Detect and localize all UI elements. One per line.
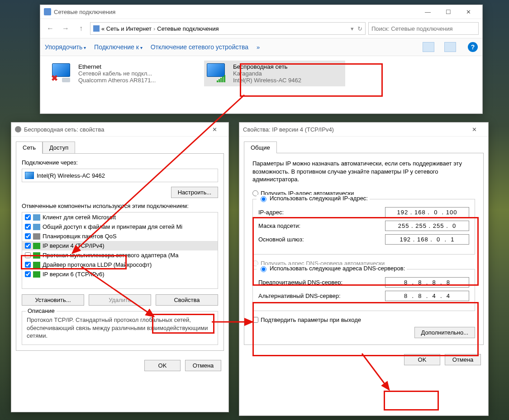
tab-network[interactable]: Сеть [16,142,43,154]
dns1-input[interactable] [385,277,469,288]
ok-button[interactable]: OK [144,360,181,371]
component-item[interactable]: Протокол мультиплексора сетевого адаптер… [22,250,218,260]
titlebar[interactable]: Свойства: IP версии 4 (TCP/IPv4) ✕ [239,123,488,137]
protocol-icon [33,252,40,259]
minimize-button[interactable]: — [418,5,438,18]
nic-icon [25,172,34,179]
breadcrumb[interactable]: « Сеть и Интернет › Сетевые подключения … [90,22,366,35]
window-title: Беспроводная сеть: свойства [24,126,205,133]
protocol-icon [33,233,40,240]
close-button[interactable]: ✕ [205,123,225,136]
protocol-icon [33,262,40,268]
configure-button[interactable]: Настроить... [171,187,218,198]
install-button[interactable]: Установить... [22,294,84,306]
help-icon[interactable]: ? [468,42,478,52]
component-item[interactable]: Планировщик пакетов QoS [22,231,218,241]
search-input[interactable] [368,22,479,35]
dns-group: Использовать следующие адреса DNS-сервер… [252,269,475,311]
refresh-icon[interactable]: ↻ [357,25,362,32]
component-checkbox[interactable] [25,262,31,268]
network-connections-window: Сетевые подключения — ☐ ✕ ← → ↑ « Сеть и… [40,5,483,114]
component-item[interactable]: Драйвер протокола LLDP (Майкрософт) [22,260,218,269]
up-button[interactable]: ↑ [75,22,87,35]
protocol-icon [33,224,40,230]
component-checkbox[interactable] [25,214,31,220]
titlebar[interactable]: Сетевые подключения — ☐ ✕ [40,5,482,19]
organize-menu[interactable]: Упорядочить [45,43,86,51]
ok-button[interactable]: OK [404,354,440,365]
properties-icon [15,126,21,132]
wireless-icon [207,63,228,82]
location-icon [93,25,100,32]
properties-button[interactable]: Свойства [156,294,218,306]
view-icon[interactable] [423,42,434,52]
ip-group: Использовать следующий IP-адрес: IP-адре… [252,199,475,255]
validate-checkbox[interactable] [252,317,258,323]
protocol-icon [33,271,40,278]
view-icon-2[interactable] [444,42,456,52]
component-checkbox[interactable] [25,224,31,230]
ethernet-icon: ✖ [52,63,74,82]
tab-general[interactable]: Общие [244,142,277,153]
close-button[interactable]: ✕ [464,123,485,136]
component-checkbox[interactable] [25,271,31,277]
ipv4-properties-window: Свойства: IP версии 4 (TCP/IPv4) ✕ Общие… [239,122,489,416]
ip-address-input[interactable] [385,207,469,217]
component-checkbox[interactable] [25,252,31,258]
subnet-mask-input[interactable] [385,221,469,231]
adapter-box: Intel(R) Wireless-AC 9462 [22,169,218,182]
protocol-icon [33,243,40,249]
component-item[interactable]: Клиент для сетей Microsoft [22,212,218,222]
advanced-button[interactable]: Дополнительно... [414,327,475,338]
forward-button[interactable]: → [59,22,72,35]
cancel-button[interactable]: Отмена [185,360,221,371]
close-button[interactable]: ✕ [458,5,479,18]
component-item[interactable]: Общий доступ к файлам и принтерам для се… [22,222,218,231]
cancel-button[interactable]: Отмена [445,354,481,365]
window-title: Сетевые подключения [54,9,418,15]
adapter-properties-window: Беспроводная сеть: свойства ✕ Сеть Досту… [11,122,229,412]
component-item[interactable]: IP версии 6 (TCP/IPv6) [22,269,218,279]
tab-sharing[interactable]: Доступ [43,142,75,154]
connection-wireless[interactable]: Беспроводная сеть Karaganda Intel(R) Wir… [204,61,345,86]
connect-menu[interactable]: Подключение к [94,43,143,51]
radio-manual-dns[interactable] [261,266,266,272]
component-checkbox[interactable] [25,233,31,239]
connection-ethernet[interactable]: ✖ Ethernet Сетевой кабель не подкл... Qu… [49,61,190,86]
dns2-input[interactable] [385,291,469,301]
gateway-input[interactable] [385,234,469,245]
radio-manual-ip[interactable] [261,196,266,202]
remove-button[interactable]: Удалить [89,294,151,306]
back-button[interactable]: ← [44,22,57,35]
network-icon [44,8,51,15]
window-title: Свойства: IP версии 4 (TCP/IPv4) [243,126,464,133]
protocol-icon [33,214,40,221]
component-item[interactable]: IP версии 4 (TCP/IPv4) [22,241,218,250]
titlebar[interactable]: Беспроводная сеть: свойства ✕ [11,123,228,137]
component-checkbox[interactable] [25,243,31,249]
maximize-button[interactable]: ☐ [438,5,458,18]
disable-device[interactable]: Отключение сетевого устройства [151,43,248,51]
components-list[interactable]: Клиент для сетей MicrosoftОбщий доступ к… [22,212,218,289]
